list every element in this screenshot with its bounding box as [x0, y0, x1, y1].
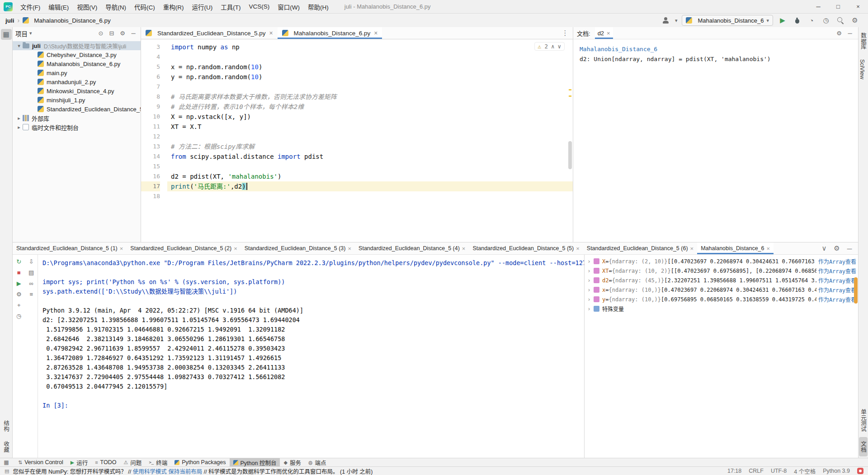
minimize-button[interactable]: ─	[808, 0, 828, 13]
chevron-right-icon[interactable]: ›	[587, 296, 593, 303]
search-everywhere-button[interactable]	[835, 15, 845, 25]
scroll-end-icon[interactable]: ⇩	[26, 256, 36, 266]
settings-icon[interactable]: ⚙	[850, 15, 860, 25]
editor-tab[interactable]: Mahalanobis_Distance_6.py×	[278, 27, 382, 39]
variable-row[interactable]: ›特殊变量	[585, 304, 858, 314]
code-line[interactable]	[167, 191, 573, 201]
view-as-array-link[interactable]: 作为Array查看	[818, 286, 856, 294]
line-number[interactable]: 3	[141, 42, 160, 52]
coverage-button[interactable]: ◔	[807, 15, 816, 25]
tree-item[interactable]: Chebyshev_Distance_3.py	[13, 50, 141, 59]
tree-item[interactable]: manhadunjuli_2.py	[13, 77, 141, 86]
notification-badge-icon[interactable]	[857, 468, 863, 474]
status-4-个空格[interactable]: 4 个空格	[794, 467, 816, 475]
run-config-select[interactable]: Mahalanobis_Distance_6 ▾	[682, 15, 773, 26]
toolwindow-button-version-control[interactable]: ⇅Version Control	[14, 458, 67, 466]
toolwindow-button-terminal[interactable]: >_终端	[145, 458, 171, 466]
close-icon[interactable]: ×	[767, 245, 770, 252]
menu-item[interactable]: 代码(C)	[130, 0, 159, 13]
debug-button[interactable]	[792, 15, 802, 25]
toolwindow-button-run[interactable]: ▶运行	[67, 458, 91, 466]
status-link[interactable]: 使用科学模式	[133, 469, 167, 475]
tree-item[interactable]: Minkowski_Distance_4.py	[13, 86, 141, 95]
editor-scrollbar-thumb[interactable]	[568, 141, 572, 169]
variable-row[interactable]: ›XT = {ndarray: (10, 2)} [[0.47023697 0.…	[585, 266, 858, 276]
close-icon[interactable]: ×	[576, 245, 580, 252]
editor-code[interactable]: import numpy as npx = np.random.random(1…	[167, 39, 573, 242]
code-with-me-icon[interactable]	[660, 15, 670, 25]
documentation-tab[interactable]: d2 ×	[595, 27, 613, 39]
dropdown-icon[interactable]: ∨	[819, 243, 829, 253]
line-number[interactable]: 6	[141, 72, 160, 82]
status-link[interactable]: 保持当前布局	[168, 469, 202, 475]
project-panel-title[interactable]: 项目	[15, 29, 28, 38]
line-number[interactable]: 18	[141, 191, 160, 201]
close-icon[interactable]: ×	[120, 245, 123, 252]
stop-icon[interactable]: ■	[14, 267, 24, 277]
notification-bubble-icon[interactable]: ▤	[5, 468, 9, 474]
code-line[interactable]: # 马氏距离要求样本数要大于维数，否则无法求协方差矩阵	[167, 92, 573, 102]
clear-icon[interactable]: ≡	[26, 289, 36, 299]
code-line[interactable]	[167, 82, 573, 92]
line-number[interactable]: 12	[141, 132, 160, 142]
chevron-right-icon[interactable]: ›	[587, 267, 593, 274]
status-CRLF[interactable]: CRLF	[749, 468, 764, 474]
code-line[interactable]: x = np.random.random(10)	[167, 62, 573, 72]
status-UTF-8[interactable]: UTF-8	[771, 468, 787, 474]
line-number[interactable]: 17	[141, 181, 160, 191]
line-number[interactable]: 9	[141, 102, 160, 112]
tree-item[interactable]: ▸外部库	[13, 114, 141, 123]
status-Python-3.9[interactable]: Python 3.9	[823, 468, 850, 474]
chevron-right-icon[interactable]: ›	[587, 277, 593, 284]
tree-item[interactable]: main.py	[13, 68, 141, 77]
hide-panel-icon[interactable]: ─	[844, 243, 854, 253]
settings-icon[interactable]: ⚙	[14, 289, 24, 299]
view-as-array-link[interactable]: 作为Array查看	[818, 295, 856, 303]
tree-item[interactable]: ▸临时文件和控制台	[13, 123, 141, 132]
locate-file-icon[interactable]: ⊙	[96, 29, 105, 38]
chevron-right-icon[interactable]: ›	[587, 258, 593, 265]
console-tab[interactable]: Standardized_Euclidean_Distance_5 (3)×	[241, 242, 355, 254]
menu-item[interactable]: VCS(S)	[245, 0, 274, 13]
more-icon[interactable]: ⋮	[560, 28, 570, 38]
code-line[interactable]: d2 = pdist(XT, 'mahalanobis')	[167, 171, 573, 181]
stripe-button-结构[interactable]: 结构	[2, 416, 10, 436]
variable-row[interactable]: ›y = {ndarray: (10,)} [0.69756895 0.0685…	[585, 294, 858, 304]
code-line[interactable]: from scipy.spatial.distance import pdist	[167, 152, 573, 162]
menu-item[interactable]: 导航(N)	[101, 0, 130, 13]
rerun-icon[interactable]: ↻	[14, 256, 24, 266]
line-number[interactable]: 11	[141, 122, 160, 132]
chevron-right-icon[interactable]: ›	[587, 286, 593, 293]
stripe-button-收藏[interactable]: 收藏	[2, 437, 10, 456]
toolwindow-button-python-packages[interactable]: Python Packages	[171, 458, 229, 466]
menu-item[interactable]: 帮助(H)	[304, 0, 333, 13]
code-line[interactable]: X = np.vstack([x, y])	[167, 112, 573, 122]
hide-panel-icon[interactable]: ─	[845, 28, 854, 38]
close-icon[interactable]: ×	[607, 30, 610, 37]
gear-icon[interactable]: ⚙	[832, 243, 842, 253]
console-tab[interactable]: Standardized_Euclidean_Distance_5 (1)×	[13, 242, 127, 254]
close-icon[interactable]: ×	[348, 245, 351, 252]
line-number[interactable]: 10	[141, 112, 160, 122]
view-as-array-link[interactable]: 作为Array查看	[818, 257, 856, 265]
code-line[interactable]: XT = X.T	[167, 122, 573, 132]
tree-item[interactable]: Standardized_Euclidean_Distance_5.py	[13, 104, 141, 114]
stripe-button-数据库[interactable]: 数据库	[859, 28, 868, 54]
code-line[interactable]	[167, 132, 573, 142]
editor-body[interactable]: 3456789101112131415161718 import numpy a…	[141, 39, 573, 242]
line-number[interactable]: 4	[141, 52, 160, 62]
variables-scrollbar-thumb[interactable]	[854, 277, 858, 304]
menu-item[interactable]: 运行(U)	[188, 0, 217, 13]
console-tab[interactable]: Standardized_Euclidean_Distance_5 (5)×	[469, 242, 583, 254]
gear-icon[interactable]: ⚙	[118, 29, 127, 38]
toolwindow-button-todo[interactable]: ≡TODO	[91, 458, 120, 466]
editor-tab[interactable]: Standardized_Euclidean_Distance_5.py×	[141, 27, 278, 39]
quick-access-icon[interactable]: ▦	[2, 459, 11, 466]
chevron-icon[interactable]: ▸	[15, 124, 23, 130]
code-with-me-dropdown-icon[interactable]: ▾	[675, 18, 678, 24]
view-as-array-link[interactable]: 作为Array查看	[818, 267, 856, 275]
gear-icon[interactable]: ⚙	[835, 28, 844, 38]
profiler-button[interactable]: ◷	[821, 15, 831, 25]
line-number[interactable]: 16	[141, 171, 160, 181]
inspection-widget[interactable]: ⚠ 2 ∧ ∨	[534, 42, 565, 51]
